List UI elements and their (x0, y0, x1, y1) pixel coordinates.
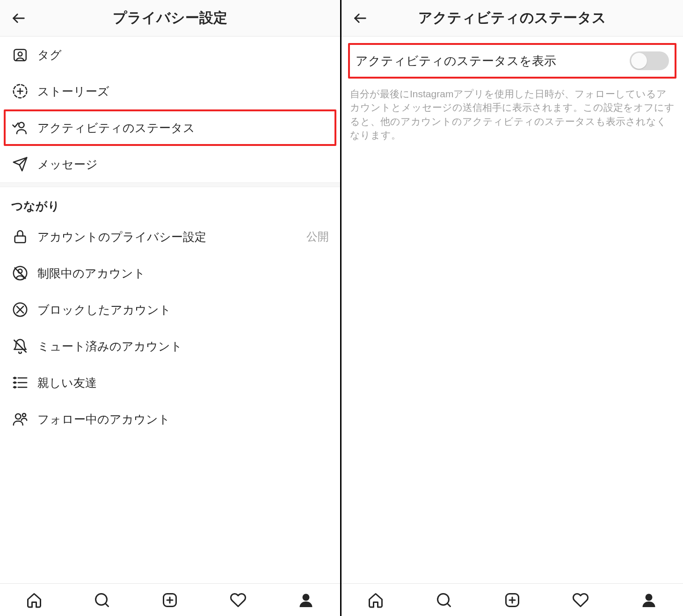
lock-icon (11, 228, 29, 246)
nav-profile[interactable] (638, 589, 660, 611)
toggle-switch[interactable] (630, 51, 669, 70)
activity-status-content: アクティビティのステータスを表示 自分が最後にInstagramアプリを使用した… (342, 36, 683, 583)
row-account-privacy[interactable]: アカウントのプライバシー設定 公開 (0, 218, 340, 255)
send-icon (11, 155, 29, 173)
settings-list: タグ ストーリーズ アクティビティのステータス メッセージ つながり (0, 36, 340, 583)
toggle-label: アクティビティのステータスを表示 (356, 53, 630, 69)
svg-line-25 (106, 603, 109, 606)
row-label: アカウントのプライバシー設定 (37, 229, 306, 245)
svg-point-29 (303, 594, 310, 601)
nav-search[interactable] (433, 589, 455, 611)
following-icon (11, 410, 29, 428)
row-label: ストーリーズ (37, 84, 329, 99)
section-divider (0, 182, 340, 187)
row-following[interactable]: フォロー中のアカウント (0, 401, 340, 437)
blocked-icon (11, 301, 29, 319)
svg-marker-17 (14, 382, 16, 384)
svg-point-6 (19, 123, 24, 128)
row-blocked[interactable]: ブロックしたアカウント (0, 291, 340, 328)
tag-user-icon (11, 46, 29, 64)
section-header-connections: つながり (0, 187, 340, 218)
row-label: ブロックしたアカウント (37, 302, 329, 318)
muted-icon (11, 337, 29, 355)
bottom-nav (0, 583, 340, 616)
svg-point-22 (15, 414, 21, 419)
bottom-nav (342, 583, 683, 616)
restricted-icon (11, 264, 29, 282)
header-right: アクティビティのステータス (342, 0, 683, 36)
svg-point-2 (18, 52, 22, 56)
svg-line-32 (448, 603, 450, 606)
row-label: 制限中のアカウント (37, 266, 329, 281)
nav-create[interactable] (159, 589, 181, 611)
svg-rect-8 (15, 236, 26, 243)
page-title: アクティビティのステータス (350, 8, 675, 28)
row-close-friends[interactable]: 親しい友達 (0, 364, 340, 401)
row-label: タグ (37, 47, 329, 63)
nav-profile[interactable] (295, 589, 317, 611)
svg-marker-16 (14, 377, 16, 379)
row-restricted[interactable]: 制限中のアカウント (0, 255, 340, 291)
row-muted[interactable]: ミュート済みのアカウント (0, 328, 340, 364)
row-label: フォロー中のアカウント (37, 412, 329, 427)
svg-marker-18 (14, 387, 16, 388)
nav-search[interactable] (91, 589, 113, 611)
page-title: プライバシー設定 (8, 8, 332, 28)
activity-status-icon (11, 119, 29, 137)
activity-status-panel: アクティビティのステータス アクティビティのステータスを表示 自分が最後にIns… (342, 0, 683, 616)
close-friends-icon (11, 374, 29, 391)
row-label: アクティビティのステータス (37, 120, 329, 136)
toggle-description: 自分が最後にInstagramアプリを使用した日時が、フォローしているアカウント… (342, 79, 683, 142)
nav-create[interactable] (501, 589, 523, 611)
activity-status-toggle-row[interactable]: アクティビティのステータスを表示 (348, 43, 676, 79)
nav-heart[interactable] (569, 589, 592, 611)
svg-rect-1 (14, 50, 26, 61)
svg-point-36 (646, 594, 653, 601)
row-stories[interactable]: ストーリーズ (0, 73, 340, 109)
header-left: プライバシー設定 (0, 0, 340, 36)
toggle-knob (631, 53, 647, 69)
row-value: 公開 (306, 229, 329, 244)
row-messages[interactable]: メッセージ (0, 146, 340, 182)
row-label: ミュート済みのアカウント (37, 339, 329, 354)
nav-heart[interactable] (227, 589, 249, 611)
privacy-settings-panel: プライバシー設定 タグ ストーリーズ アクティビティのステータス メ (0, 0, 342, 616)
row-activity-status[interactable]: アクティビティのステータス (4, 109, 336, 146)
row-tags[interactable]: タグ (0, 36, 340, 73)
row-label: 親しい友達 (37, 375, 329, 391)
svg-point-23 (22, 413, 26, 417)
row-label: メッセージ (37, 157, 329, 172)
nav-home[interactable] (364, 589, 387, 611)
nav-home[interactable] (23, 589, 45, 611)
story-add-icon (11, 82, 29, 100)
